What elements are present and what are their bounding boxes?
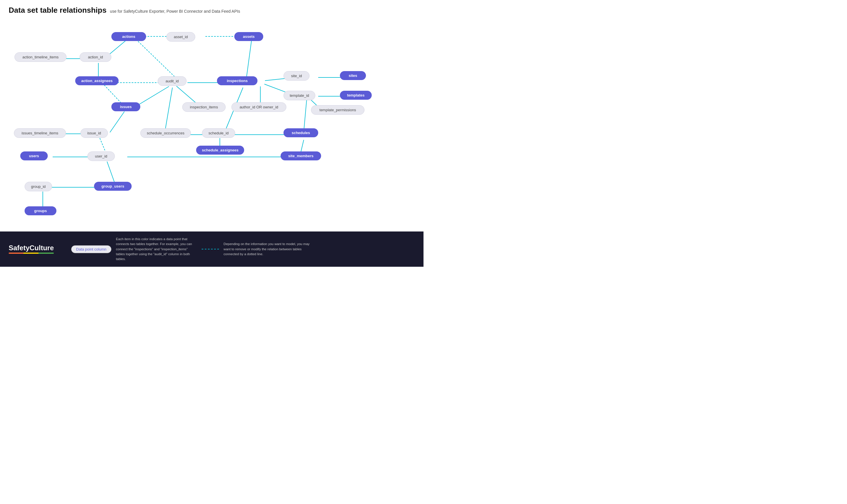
node-inspections: inspections xyxy=(217,76,257,85)
diagram: actions asset_id assets action_timeline_… xyxy=(9,20,415,229)
logo-text: SafetyCulture xyxy=(9,245,54,251)
logo-bar xyxy=(9,253,54,254)
main-content: Data set table relationships use for Saf… xyxy=(0,0,424,232)
node-template-id: template_id xyxy=(283,91,315,100)
svg-line-20 xyxy=(304,100,307,132)
node-action-assignees: action_assignees xyxy=(75,76,119,85)
node-users: users xyxy=(20,151,48,160)
lines-svg xyxy=(9,20,415,229)
node-action-id: action_id xyxy=(80,52,111,62)
svg-line-27 xyxy=(301,140,304,152)
legend-item-gray: Data point column xyxy=(71,245,111,253)
main-title: Data set table relationships xyxy=(9,6,106,15)
footer-logo: SafetyCulture xyxy=(9,245,54,254)
node-site-members: site_members xyxy=(281,151,321,160)
legend-description: Each item in this color indicates a data… xyxy=(116,237,197,262)
svg-line-1 xyxy=(136,39,179,81)
node-asset-id: asset_id xyxy=(166,32,195,42)
node-issues-timeline-items: issues_timeline_items xyxy=(14,128,66,138)
node-user-id: user_id xyxy=(87,151,115,161)
svg-line-21 xyxy=(110,111,124,132)
svg-line-23 xyxy=(100,138,106,152)
node-groups: groups xyxy=(24,206,56,215)
svg-line-12 xyxy=(165,88,172,132)
node-templates: templates xyxy=(340,91,372,100)
node-audit-id: audit_id xyxy=(158,76,187,86)
node-actions: actions xyxy=(111,32,146,41)
node-site-id: site_id xyxy=(283,71,310,80)
footer: SafetyCulture Data point column Each ite… xyxy=(0,232,424,267)
footer-right-text: Depending on the information you want to… xyxy=(224,241,310,257)
node-group-id: group_id xyxy=(24,182,52,191)
node-group-users: group_users xyxy=(94,182,132,191)
node-issue-id: issue_id xyxy=(81,128,108,138)
node-author-owner-id: author_id OR owner_id xyxy=(231,102,287,112)
node-template-permissions: template_permissions xyxy=(311,105,364,115)
legend-data-point-label: Data point column xyxy=(71,245,111,253)
title-area: Data set table relationships use for Saf… xyxy=(9,6,415,15)
node-schedule-id: schedule_id xyxy=(202,128,235,138)
node-issues: issues xyxy=(111,102,140,111)
footer-legend: Data point column Each item in this colo… xyxy=(71,237,415,262)
node-action-timeline-items: action_timeline_items xyxy=(15,52,67,62)
node-schedule-assignees: schedule_assignees xyxy=(196,146,244,155)
svg-line-11 xyxy=(135,86,169,107)
node-assets: assets xyxy=(234,32,263,41)
node-schedules: schedules xyxy=(283,128,318,137)
node-sites: sites xyxy=(340,71,366,80)
svg-line-29 xyxy=(107,162,114,182)
node-inspection-items: inspection_items xyxy=(182,102,226,112)
node-schedule-occurrences: schedule_occurrences xyxy=(140,128,191,138)
legend-dashed-line xyxy=(202,249,219,249)
svg-line-4 xyxy=(246,39,252,82)
page-wrapper: Data set table relationships use for Saf… xyxy=(0,0,424,267)
subtitle: use for SafetyCulture Exporter, Power BI… xyxy=(110,9,240,14)
